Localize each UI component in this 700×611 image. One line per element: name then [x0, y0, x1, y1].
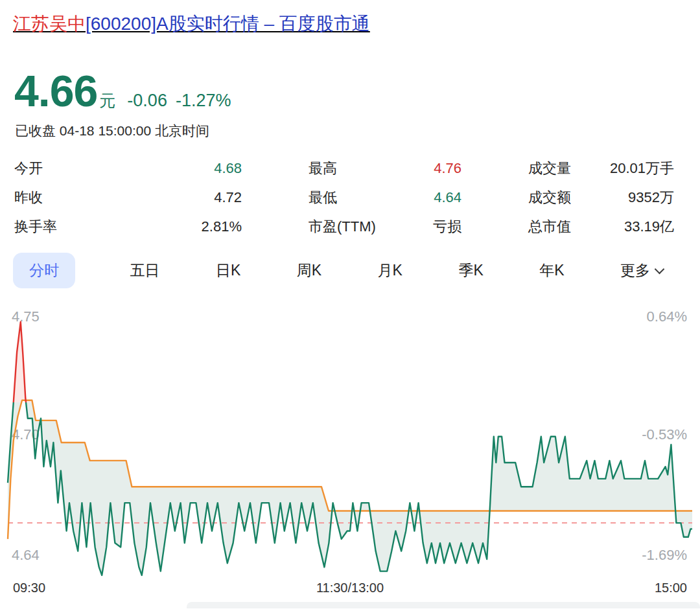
stock-name: 江苏吴中 [13, 14, 86, 34]
stat-low: 最低 4.64 [309, 189, 461, 207]
current-price: 4.66 [14, 69, 97, 113]
intraday-chart[interactable]: 4.75 4.70 4.64 0.64% -0.53% -1.69% [0, 302, 700, 587]
tab-more[interactable]: 更多 [619, 253, 664, 288]
stat-market-cap: 总市值 33.19亿 [528, 218, 674, 236]
stat-volume: 成交量 20.01万手 [528, 159, 674, 178]
stat-high: 最高 4.76 [309, 159, 461, 178]
next-card-top-edge [187, 602, 700, 608]
tab-monthly-k[interactable]: 月K [377, 253, 404, 288]
period-tabs: 分时 五日 日K 周K 月K 季K 年K 更多 [13, 253, 664, 288]
stats-grid: 今开 4.68 最高 4.76 成交量 20.01万手 昨收 4.72 最低 4… [14, 159, 674, 236]
tab-minute[interactable]: 分时 [13, 253, 75, 288]
page-title-rest: [600200]A股实时行情 – 百度股市通 [86, 14, 370, 34]
stat-today-open: 今开 4.68 [14, 159, 242, 178]
page-title-link[interactable]: 江苏吴中[600200]A股实时行情 – 百度股市通 [13, 12, 687, 36]
tab-yearly-k[interactable]: 年K [538, 253, 565, 288]
chevron-down-icon [655, 264, 665, 274]
stat-pe-ttm: 市盈(TTM) 亏损 [309, 218, 461, 236]
stat-turnover-rate: 换手率 2.81% [14, 218, 242, 236]
stat-turnover-amount: 成交额 9352万 [528, 189, 674, 207]
tab-weekly-k[interactable]: 周K [296, 253, 323, 288]
stat-prev-close: 昨收 4.72 [14, 189, 242, 207]
price-unit: 元 [99, 90, 115, 111]
intraday-chart-svg[interactable] [0, 302, 700, 587]
price-change-percent: -1.27% [176, 91, 231, 111]
tab-daily-k[interactable]: 日K [215, 253, 242, 288]
quote-header: 4.66 元 -0.06 -1.27% [14, 69, 700, 113]
tab-five-day[interactable]: 五日 [128, 253, 161, 288]
tab-quarterly-k[interactable]: 季K [457, 253, 484, 288]
price-change: -0.06 [127, 91, 167, 111]
market-status-line: 已收盘 04-18 15:00:00 北京时间 [15, 122, 700, 140]
